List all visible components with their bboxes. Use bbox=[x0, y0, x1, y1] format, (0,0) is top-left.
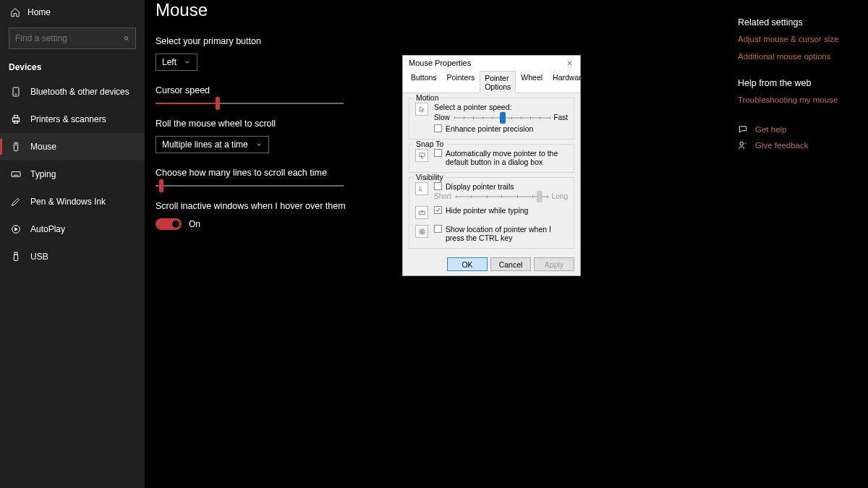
feedback-link[interactable]: Give feedback bbox=[738, 140, 868, 150]
dropdown-value: Left bbox=[162, 57, 176, 67]
ctrl-label: Show location of pointer when I press th… bbox=[446, 225, 568, 242]
help-heading: Help from the web bbox=[738, 78, 868, 88]
link-troubleshoot[interactable]: Troubleshooting my mouse bbox=[738, 95, 868, 104]
toggle-text: On bbox=[189, 219, 200, 229]
motion-title: Motion bbox=[414, 93, 441, 102]
sidebar-item-pen[interactable]: Pen & Windows Ink bbox=[0, 188, 145, 215]
short-label: Short bbox=[434, 192, 451, 200]
svg-rect-14 bbox=[419, 153, 424, 156]
pointer-speed-icon bbox=[415, 103, 428, 116]
mouse-properties-dialog: Mouse Properties Buttons Pointers Pointe… bbox=[402, 55, 581, 276]
sidebar-item-printers[interactable]: Printers & scanners bbox=[0, 106, 145, 133]
sidebar-item-label: Typing bbox=[30, 169, 56, 179]
dialog-buttons: OK Cancel Apply bbox=[403, 253, 580, 275]
enhance-label: Enhance pointer precision bbox=[446, 124, 533, 133]
chevron-down-icon bbox=[255, 141, 263, 148]
sidebar-item-label: USB bbox=[30, 252, 48, 262]
help-text: Get help bbox=[755, 125, 786, 134]
keyboard-icon bbox=[10, 168, 22, 180]
right-column: Related settings Adjust mouse & cursor s… bbox=[738, 17, 868, 156]
trails-slider bbox=[456, 196, 548, 197]
pen-icon bbox=[10, 196, 22, 207]
ctrl-locate-icon bbox=[415, 225, 428, 238]
snapto-checkbox[interactable]: Automatically move pointer to the defaul… bbox=[434, 149, 568, 166]
link-adjust-cursor[interactable]: Adjust mouse & cursor size bbox=[738, 35, 868, 43]
tab-pointer-options[interactable]: Pointer Options bbox=[480, 71, 516, 93]
close-icon bbox=[566, 60, 573, 67]
link-additional-options[interactable]: Additional mouse options bbox=[738, 52, 868, 61]
mouse-icon bbox=[10, 141, 22, 153]
svg-point-2 bbox=[15, 94, 16, 95]
sidebar-item-label: Bluetooth & other devices bbox=[30, 87, 129, 97]
snapto-label: Automatically move pointer to the defaul… bbox=[446, 149, 568, 166]
sidebar-item-bluetooth[interactable]: Bluetooth & other devices bbox=[0, 78, 145, 106]
dialog-tabs: Buttons Pointers Pointer Options Wheel H… bbox=[403, 70, 580, 93]
svg-point-13 bbox=[740, 142, 744, 145]
cancel-button[interactable]: Cancel bbox=[490, 257, 531, 271]
sidebar-item-label: Printers & scanners bbox=[30, 114, 106, 124]
checkbox-icon bbox=[434, 149, 442, 157]
get-help-link[interactable]: Get help bbox=[738, 124, 868, 134]
sidebar-item-label: Pen & Windows Ink bbox=[30, 197, 106, 207]
primary-button-dropdown[interactable]: Left bbox=[156, 53, 197, 71]
trails-icon bbox=[415, 182, 428, 195]
sidebar: Home Devices Bluetooth & other devices P… bbox=[0, 0, 145, 488]
enhance-precision-checkbox[interactable]: Enhance pointer precision bbox=[434, 124, 568, 133]
hide-typing-checkbox[interactable]: Hide pointer while typing bbox=[434, 206, 568, 215]
hide-label: Hide pointer while typing bbox=[446, 206, 528, 215]
dialog-titlebar[interactable]: Mouse Properties bbox=[403, 56, 580, 70]
svg-rect-8 bbox=[12, 172, 20, 177]
section-label: Devices bbox=[0, 56, 145, 78]
ctrl-locate-checkbox[interactable]: Show location of pointer when I press th… bbox=[434, 225, 568, 242]
visibility-title: Visibility bbox=[414, 173, 446, 181]
dropdown-value: Multiple lines at a time bbox=[162, 140, 248, 150]
svg-point-0 bbox=[124, 36, 127, 39]
svg-rect-4 bbox=[14, 116, 17, 118]
slow-label: Slow bbox=[434, 114, 450, 121]
trails-label: Display pointer trails bbox=[446, 182, 514, 191]
sidebar-item-typing[interactable]: Typing bbox=[0, 160, 145, 188]
svg-rect-12 bbox=[14, 254, 17, 260]
apply-button[interactable]: Apply bbox=[534, 257, 574, 271]
tab-buttons[interactable]: Buttons bbox=[406, 70, 442, 93]
sidebar-item-mouse[interactable]: Mouse bbox=[0, 133, 145, 160]
search-icon bbox=[124, 34, 129, 43]
related-heading: Related settings bbox=[738, 17, 868, 27]
roll-dropdown[interactable]: Multiple lines at a time bbox=[156, 136, 269, 153]
tab-wheel[interactable]: Wheel bbox=[516, 70, 548, 93]
hide-typing-icon bbox=[415, 206, 428, 219]
checkbox-icon bbox=[434, 182, 442, 190]
ok-button[interactable]: OK bbox=[447, 257, 488, 271]
bluetooth-icon bbox=[10, 86, 22, 98]
snapto-icon bbox=[415, 149, 428, 162]
printer-icon bbox=[10, 114, 22, 125]
sidebar-item-label: AutoPlay bbox=[30, 224, 65, 234]
search-input-wrap[interactable] bbox=[9, 27, 136, 49]
trails-checkbox[interactable]: Display pointer trails bbox=[434, 182, 568, 191]
chevron-down-icon bbox=[184, 59, 191, 66]
home-label: Home bbox=[27, 7, 51, 17]
snapto-group: Snap To Automatically move pointer to th… bbox=[409, 144, 574, 173]
snapto-title: Snap To bbox=[414, 140, 446, 148]
close-button[interactable] bbox=[558, 56, 580, 70]
feedback-icon bbox=[738, 140, 748, 150]
search-input[interactable] bbox=[15, 33, 124, 43]
tab-pointers[interactable]: Pointers bbox=[442, 70, 480, 93]
pointer-speed-slider[interactable] bbox=[454, 117, 550, 119]
sidebar-item-usb[interactable]: USB bbox=[0, 243, 145, 270]
chat-icon bbox=[738, 124, 748, 134]
usb-icon bbox=[10, 251, 22, 262]
long-label: Long bbox=[552, 192, 568, 200]
cursor-speed-slider[interactable] bbox=[156, 103, 344, 104]
home-link[interactable]: Home bbox=[0, 0, 145, 25]
home-icon bbox=[10, 7, 20, 17]
sidebar-item-autoplay[interactable]: AutoPlay bbox=[0, 215, 145, 243]
dialog-title: Mouse Properties bbox=[409, 59, 471, 67]
fast-label: Fast bbox=[554, 114, 568, 121]
visibility-group: Visibility Display pointer trails Short … bbox=[409, 177, 574, 249]
tab-hardware[interactable]: Hardware bbox=[548, 70, 591, 93]
motion-group: Motion Select a pointer speed: Slow Fast bbox=[409, 98, 574, 140]
checkbox-icon bbox=[434, 225, 442, 233]
lines-slider[interactable] bbox=[156, 185, 344, 187]
svg-rect-3 bbox=[12, 118, 19, 121]
